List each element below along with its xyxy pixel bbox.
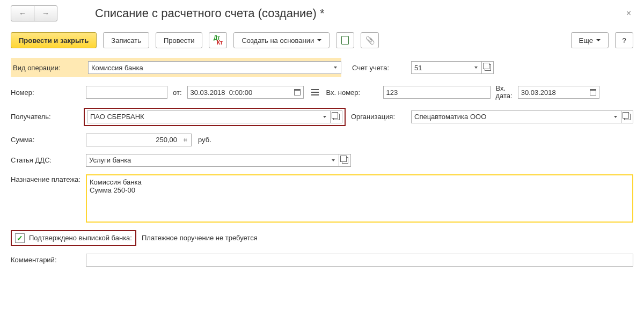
in-number-label: Вх. номер: xyxy=(326,88,383,97)
post-button[interactable]: Провести xyxy=(156,32,203,48)
org-label: Организация: xyxy=(351,113,411,121)
chevron-down-icon xyxy=(474,67,478,69)
org-dropdown-button[interactable] xyxy=(610,110,621,123)
calendar-icon xyxy=(590,89,596,95)
recipient-input[interactable] xyxy=(87,110,319,123)
account-dropdown-button[interactable] xyxy=(470,61,482,74)
open-icon xyxy=(342,157,348,164)
op-type-label: Вид операции: xyxy=(13,64,88,72)
chevron-down-icon xyxy=(323,116,326,118)
recipient-dropdown-button[interactable] xyxy=(319,110,331,123)
comment-label: Комментарий: xyxy=(11,256,86,264)
confirmed-label: Подтверждено выпиской банка: xyxy=(29,234,132,242)
open-icon xyxy=(485,64,491,71)
in-date-label: Вх. дата: xyxy=(496,85,513,100)
more-button[interactable]: Еще xyxy=(571,32,609,48)
account-label: Счет учета: xyxy=(352,64,411,72)
chevron-down-icon xyxy=(332,159,335,161)
number-label: Номер: xyxy=(11,88,86,97)
in-date-calendar-button[interactable] xyxy=(588,86,599,99)
dds-dropdown-button[interactable] xyxy=(327,154,339,167)
date-calendar-button[interactable] xyxy=(292,86,304,99)
submit-button[interactable]: Провести и закрыть xyxy=(11,32,97,48)
sum-calculator-button[interactable] xyxy=(180,134,192,146)
save-button[interactable]: Записать xyxy=(103,32,149,48)
document-icon xyxy=(341,36,349,45)
account-open-button[interactable] xyxy=(482,61,494,74)
help-button[interactable]: ? xyxy=(615,32,633,48)
dt-kt-button[interactable]: ДтКт xyxy=(209,32,227,48)
create-based-button[interactable]: Создать на основании xyxy=(233,32,330,48)
dds-open-button[interactable] xyxy=(339,154,351,167)
chevron-down-icon xyxy=(614,116,617,118)
calendar-icon xyxy=(294,89,301,95)
sum-input[interactable] xyxy=(86,134,180,146)
op-type-input[interactable] xyxy=(88,61,330,74)
close-icon[interactable]: × xyxy=(624,9,633,18)
rub-label: руб. xyxy=(198,136,211,144)
paperclip-icon xyxy=(365,36,375,45)
org-input[interactable] xyxy=(411,110,610,123)
nav-forward-button[interactable]: → xyxy=(34,5,57,21)
nav-back-button[interactable]: ← xyxy=(11,5,34,21)
date-input[interactable] xyxy=(187,86,292,99)
document-icon-button[interactable] xyxy=(336,32,354,48)
org-open-button[interactable] xyxy=(621,110,633,123)
number-input[interactable] xyxy=(86,86,167,99)
dds-input[interactable] xyxy=(86,154,327,167)
account-input[interactable] xyxy=(411,61,470,74)
purpose-textarea[interactable]: Комиссия банка Сумма 250-00 xyxy=(86,174,633,223)
dds-label: Статья ДДС: xyxy=(11,156,86,164)
open-icon xyxy=(333,114,340,120)
attach-button[interactable] xyxy=(361,32,379,48)
dt-kt-icon: ДтКт xyxy=(214,35,223,45)
page-title: Списание с расчетного счета (создание) * xyxy=(95,6,325,20)
in-number-input[interactable] xyxy=(383,86,491,99)
po-text: Платежное поручение не требуется xyxy=(142,234,258,242)
recipient-open-button[interactable] xyxy=(331,110,342,123)
comment-input[interactable] xyxy=(86,254,633,267)
sum-label: Сумма: xyxy=(11,136,86,144)
open-icon xyxy=(624,114,631,120)
chevron-down-icon xyxy=(334,67,337,69)
in-date-input[interactable] xyxy=(518,86,588,99)
confirmed-checkbox[interactable]: ✓ xyxy=(15,233,25,243)
check-icon: ✓ xyxy=(17,234,23,242)
recipient-label: Получатель: xyxy=(11,113,86,121)
from-label: от: xyxy=(173,88,182,97)
purpose-label: Назначение платежа: xyxy=(11,174,86,185)
lines-icon[interactable] xyxy=(311,89,319,95)
op-type-dropdown-button[interactable] xyxy=(330,61,341,74)
